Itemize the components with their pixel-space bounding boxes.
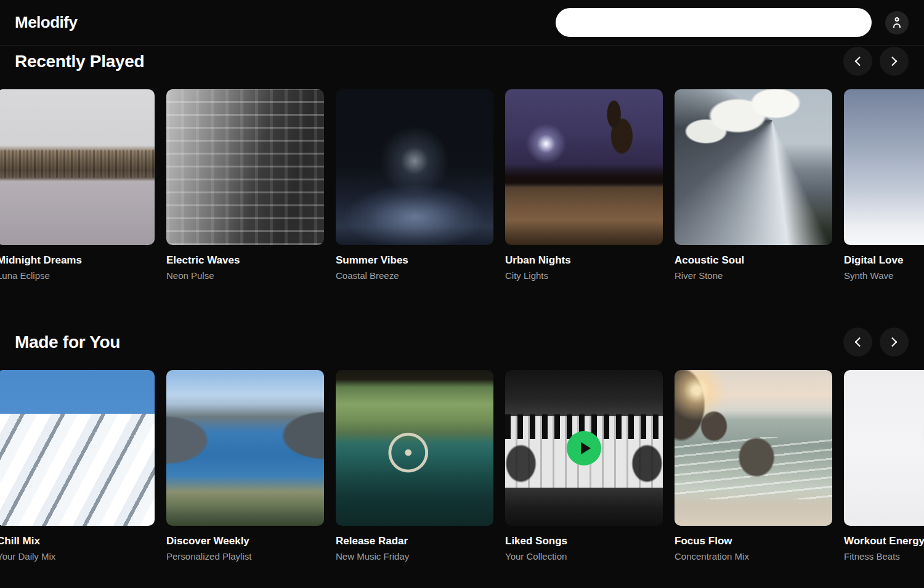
scroll-next-button[interactable]	[880, 47, 909, 76]
card-title: Focus Flow	[675, 535, 832, 547]
album-art	[844, 370, 924, 526]
playlist-card[interactable]: Urban Nights City Lights	[505, 89, 663, 281]
card-subtitle: Luna Eclipse	[0, 270, 155, 281]
album-art	[336, 89, 493, 245]
carousel-nav	[843, 47, 909, 76]
scroll-next-button[interactable]	[880, 328, 909, 356]
card-title: Midnight Dreams	[0, 254, 155, 267]
playlist-card[interactable]: Acoustic Soul River Stone	[675, 89, 832, 281]
album-art	[166, 89, 324, 245]
play-button[interactable]	[567, 431, 601, 465]
card-subtitle: Coastal Breeze	[336, 270, 493, 281]
section-header: Recently Played	[0, 47, 924, 76]
card-title: Release Radar	[336, 535, 493, 547]
chevron-left-icon	[855, 337, 865, 347]
app-logo: Melodify	[15, 13, 77, 32]
playlist-card[interactable]: Focus Flow Concentration Mix	[675, 370, 832, 562]
card-title: Acoustic Soul	[675, 254, 832, 267]
playlist-card[interactable]: Midnight Dreams Luna Eclipse	[0, 89, 155, 281]
card-subtitle: New Music Friday	[336, 551, 493, 562]
album-art	[166, 370, 324, 526]
album-art	[505, 89, 663, 245]
playlist-card[interactable]: Release Radar New Music Friday	[336, 370, 493, 562]
main-content: Recently Played Midnight Dreams Luna Ecl…	[0, 47, 924, 562]
user-icon	[891, 17, 902, 28]
search-input[interactable]	[556, 8, 872, 37]
play-icon	[581, 442, 591, 454]
section-title: Made for You	[15, 332, 120, 352]
carousel-nav	[843, 328, 909, 356]
card-title: Liked Songs	[505, 535, 663, 547]
card-title: Workout Energy	[844, 535, 924, 547]
chevron-right-icon	[888, 57, 898, 66]
section-title: Recently Played	[15, 52, 144, 71]
section-recently-played: Recently Played Midnight Dreams Luna Ecl…	[0, 47, 924, 281]
playlist-card[interactable]: Electric Waves Neon Pulse	[166, 89, 324, 281]
album-art	[675, 370, 832, 526]
album-art	[844, 89, 924, 245]
card-subtitle: Neon Pulse	[166, 270, 324, 281]
section-header: Made for You	[0, 328, 924, 356]
user-profile-button[interactable]	[885, 11, 909, 34]
card-subtitle: Your Daily Mix	[0, 551, 155, 562]
scroll-prev-button[interactable]	[843, 328, 872, 356]
scroll-prev-button[interactable]	[843, 47, 872, 76]
top-bar: Melodify	[0, 0, 924, 46]
card-subtitle: River Stone	[675, 270, 832, 281]
card-track: Midnight Dreams Luna Eclipse Electric Wa…	[0, 89, 924, 281]
playlist-card[interactable]: Summer Vibes Coastal Breeze	[336, 89, 493, 281]
playlist-card[interactable]: Digital Love Synth Wave	[844, 89, 924, 281]
card-carousel: Midnight Dreams Luna Eclipse Electric Wa…	[0, 89, 924, 281]
playlist-card[interactable]: Workout Energy Fitness Beats	[844, 370, 924, 562]
card-subtitle: Fitness Beats	[844, 551, 924, 562]
card-subtitle: Concentration Mix	[675, 551, 832, 562]
album-art	[336, 370, 493, 526]
chevron-right-icon	[888, 337, 898, 347]
card-subtitle: Synth Wave	[844, 270, 924, 281]
card-subtitle: Personalized Playlist	[166, 551, 324, 562]
card-title: Digital Love	[844, 254, 924, 267]
card-title: Electric Waves	[166, 254, 324, 267]
album-art	[0, 89, 155, 245]
section-made-for-you: Made for You Chill Mix Your Daily Mix Di…	[0, 328, 924, 562]
playlist-card[interactable]: Discover Weekly Personalized Playlist	[166, 370, 324, 562]
playlist-card-liked-songs[interactable]: Liked Songs Your Collection	[505, 370, 663, 562]
card-subtitle: City Lights	[505, 270, 663, 281]
card-carousel: Chill Mix Your Daily Mix Discover Weekly…	[0, 370, 924, 562]
chevron-left-icon	[855, 57, 865, 66]
playlist-card[interactable]: Chill Mix Your Daily Mix	[0, 370, 155, 562]
card-title: Urban Nights	[505, 254, 663, 267]
card-title: Summer Vibes	[336, 254, 493, 267]
album-art	[505, 370, 663, 526]
album-art	[0, 370, 155, 526]
card-subtitle: Your Collection	[505, 551, 663, 562]
card-title: Discover Weekly	[166, 535, 324, 547]
card-track: Chill Mix Your Daily Mix Discover Weekly…	[0, 370, 924, 562]
album-art	[675, 89, 832, 245]
card-title: Chill Mix	[0, 535, 155, 547]
